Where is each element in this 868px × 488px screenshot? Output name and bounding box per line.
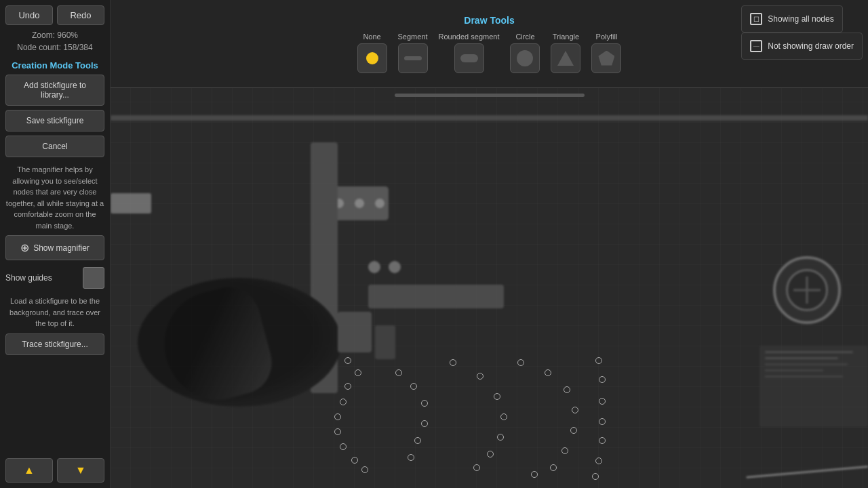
node-31[interactable] [599,376,606,383]
node-14[interactable] [408,454,414,461]
tool-none-icon [357,43,387,73]
draw-order-button[interactable]: — Not showing draw order [741,33,863,60]
node-22[interactable] [517,359,524,366]
tool-circle[interactable]: Circle [510,33,540,73]
show-guides-toggle[interactable] [83,267,104,289]
node-25[interactable] [572,407,578,413]
right-panel: ☐ Showing all nodes — Not showing draw o… [741,5,863,60]
bg-machinery [111,88,868,488]
save-stickfigure-button[interactable]: Save stickfigure [5,110,104,131]
trace-stickfigure-button[interactable]: Trace stickfigure... [5,333,104,355]
node-20[interactable] [487,451,494,458]
bg-left-box [111,193,151,214]
tool-triangle-icon [551,43,580,73]
cancel-button[interactable]: Cancel [5,136,104,157]
bg-dot-3 [375,199,384,208]
node-6[interactable] [340,443,347,450]
arrow-down-button[interactable]: ▼ [57,458,104,483]
node-12[interactable] [421,420,428,427]
show-magnifier-button[interactable]: ⊕ Show magnifier [5,235,104,260]
tool-none-dot [366,52,378,64]
undo-redo-row: Undo Redo [5,5,104,25]
tool-polyfill[interactable]: Polyfill [591,33,621,73]
bg-cylinder [773,256,841,324]
tool-triangle-label: Triangle [553,33,579,41]
node-26[interactable] [570,427,577,434]
creation-mode-title: Creation Mode Tools [5,60,104,70]
node-13[interactable] [414,437,421,444]
showing-nodes-label: Showing all nodes [768,14,833,24]
tool-circle-icon [510,43,540,73]
node-29[interactable] [531,471,538,478]
bg-connect-bar [338,312,372,352]
bg-horiz-bar [111,115,868,121]
show-guides-row: Show guides [5,267,104,289]
node-7[interactable] [351,457,358,464]
tool-none[interactable]: None [357,33,387,73]
showing-nodes-button[interactable]: ☐ Showing all nodes [741,5,842,33]
node-16[interactable] [477,373,484,380]
bg-small-circ1 [368,261,380,273]
draw-order-icon: — [750,40,762,52]
node-24[interactable] [564,386,570,393]
show-magnifier-label: Show magnifier [33,243,90,253]
node-18[interactable] [500,413,507,420]
node-11[interactable] [421,400,428,407]
node-8[interactable] [361,466,368,473]
bg-dot-2 [355,199,364,208]
sidebar: Undo Redo Zoom: 960% Node count: 158/384… [0,0,111,488]
magnifier-icon: ⊕ [20,241,29,254]
node-19[interactable] [497,434,504,441]
tool-polyfill-shape [598,51,614,66]
tool-polyfill-label: Polyfill [596,33,618,41]
bg-cylinder-inner [786,269,828,311]
showing-nodes-icon: ☐ [750,13,762,25]
node-32[interactable] [599,398,606,405]
node-35[interactable] [595,458,602,464]
node-28[interactable] [550,464,557,471]
zoom-info: Zoom: 960% Node count: 158/384 [5,29,104,54]
show-guides-label: Show guides [5,273,52,283]
draw-order-label: Not showing draw order [768,41,854,51]
node-17[interactable] [494,393,500,400]
tool-rounded-segment-label: Rounded segment [439,33,500,41]
redo-button[interactable]: Redo [57,5,104,25]
node-15[interactable] [450,359,456,366]
node-34[interactable] [599,437,606,444]
top-toolbar: Draw Tools None Segment Rounded segment [111,0,868,88]
tool-polyfill-icon [591,43,621,73]
node-21[interactable] [473,464,480,471]
tool-triangle[interactable]: Triangle [551,33,580,73]
node-4[interactable] [334,413,341,420]
node-1[interactable] [355,369,361,376]
node-36[interactable] [592,473,599,480]
node-10[interactable] [410,383,417,390]
tool-rounded-segment[interactable]: Rounded segment [439,33,500,73]
trace-help-text: Load a stickfigure to be the background,… [5,296,104,329]
undo-button[interactable]: Undo [5,5,53,25]
tool-circle-label: Circle [515,33,534,41]
arrow-up-button[interactable]: ▲ [5,458,53,483]
bg-diag-line [747,466,868,479]
bg-small-circ2 [389,261,401,273]
canvas-area[interactable] [111,88,868,488]
tool-none-label: None [363,33,380,41]
node-33[interactable] [599,418,606,425]
magnifier-help-text: The magnifier helps by allowing you to s… [5,164,104,231]
node-0[interactable] [344,357,351,364]
node-23[interactable] [545,369,551,376]
node-count-text: Node count: 158/384 [5,41,104,54]
node-30[interactable] [595,357,602,364]
zoom-text: Zoom: 960% [5,29,104,41]
bg-right-panel [760,346,868,427]
node-9[interactable] [395,369,402,376]
node-27[interactable] [561,447,568,454]
tool-triangle-shape [557,51,574,66]
node-3[interactable] [340,399,347,405]
bg-joint [375,325,395,359]
add-stickfigure-button[interactable]: Add stickfigure to library... [5,75,104,106]
tool-rounded-segment-icon [454,43,484,73]
node-2[interactable] [344,383,351,390]
node-5[interactable] [334,428,341,435]
tool-segment[interactable]: Segment [398,33,428,73]
